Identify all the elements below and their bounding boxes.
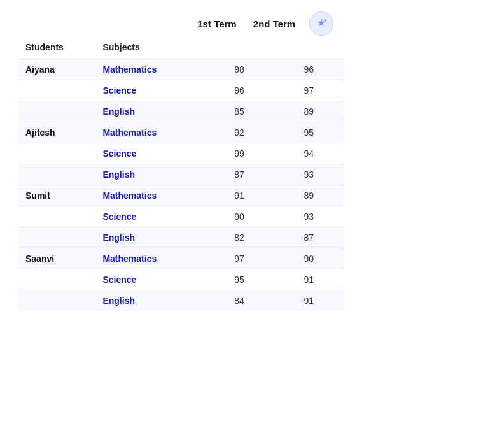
subject-name: Mathematics [96, 248, 204, 269]
student-name [19, 143, 96, 164]
subject-name: Science [96, 269, 204, 290]
subject-name: Mathematics [96, 122, 204, 143]
table-row: AjiteshMathematics9295 [19, 122, 344, 143]
student-name [19, 269, 96, 290]
score-term2: 95 [274, 122, 344, 143]
student-name [19, 80, 96, 101]
table-row: SaanviMathematics9790 [19, 248, 344, 269]
student-name: Ajitesh [19, 122, 96, 143]
subject-name: English [96, 227, 204, 248]
score-term1: 87 [204, 164, 274, 185]
term1-column-header [204, 38, 274, 59]
student-name [19, 164, 96, 185]
subject-name: Science [96, 143, 204, 164]
score-term2: 87 [274, 227, 344, 248]
score-term1: 84 [204, 290, 274, 312]
subject-name: Science [96, 206, 204, 227]
table-row: English8793 [19, 164, 344, 185]
score-term2: 93 [274, 164, 344, 185]
term2-column-header [274, 38, 344, 59]
score-term1: 99 [204, 143, 274, 164]
score-term2: 91 [274, 290, 344, 312]
term1-header: 1st Term [188, 18, 246, 29]
student-name [19, 101, 96, 122]
score-term2: 89 [274, 185, 344, 206]
student-name: Sumit [19, 185, 96, 206]
student-name: Aiyana [19, 59, 96, 80]
grades-table: Students Subjects AiyanaMathematics9896S… [19, 38, 344, 311]
score-term2: 96 [274, 59, 344, 80]
student-name [19, 290, 96, 312]
score-term2: 90 [274, 248, 344, 269]
magic-button[interactable] [309, 11, 333, 36]
table-row: AiyanaMathematics9896 [19, 59, 344, 80]
score-term2: 91 [274, 269, 344, 290]
term2-header: 2nd Term [246, 18, 303, 29]
table-row: English8287 [19, 227, 344, 248]
student-name [19, 227, 96, 248]
subject-name: Mathematics [96, 185, 204, 206]
subject-name: English [96, 164, 204, 185]
score-term1: 95 [204, 269, 274, 290]
table-row: Science9697 [19, 80, 344, 101]
table-row: Science9093 [19, 206, 344, 227]
subjects-column-header: Subjects [96, 38, 204, 59]
table-row: SumitMathematics9189 [19, 185, 344, 206]
subject-name: Science [96, 80, 204, 101]
score-term2: 97 [274, 80, 344, 101]
students-column-header: Students [19, 38, 96, 59]
score-term1: 96 [204, 80, 274, 101]
table-row: Science9591 [19, 269, 344, 290]
student-name [19, 206, 96, 227]
score-term2: 94 [274, 143, 344, 164]
subject-name: English [96, 101, 204, 122]
table-row: English8491 [19, 290, 344, 312]
score-term2: 93 [274, 206, 344, 227]
score-term1: 92 [204, 122, 274, 143]
student-name: Saanvi [19, 248, 96, 269]
score-term2: 89 [274, 101, 344, 122]
score-term1: 85 [204, 101, 274, 122]
subject-name: Mathematics [96, 59, 204, 80]
score-term1: 91 [204, 185, 274, 206]
score-term1: 82 [204, 227, 274, 248]
score-term1: 98 [204, 59, 274, 80]
score-term1: 90 [204, 206, 274, 227]
table-row: English8589 [19, 101, 344, 122]
subject-name: English [96, 290, 204, 312]
table-row: Science9994 [19, 143, 344, 164]
score-term1: 97 [204, 248, 274, 269]
